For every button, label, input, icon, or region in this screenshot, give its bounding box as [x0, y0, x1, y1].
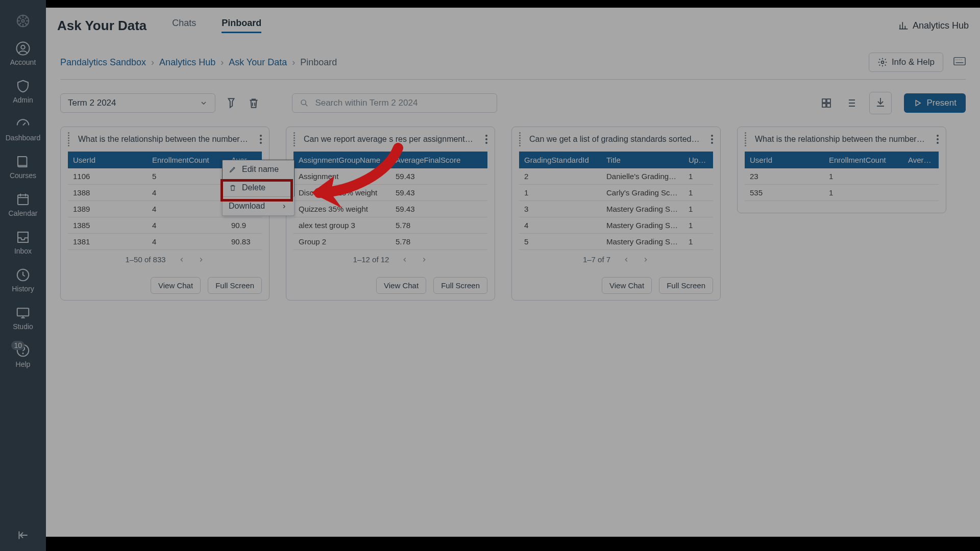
prev-page-icon[interactable] — [623, 256, 630, 263]
data-table: GradingStandardId Title Update 2Danielle… — [519, 152, 713, 250]
table-cell — [903, 168, 939, 185]
card-menu-button[interactable] — [485, 135, 487, 144]
nav-history[interactable]: History — [12, 267, 34, 293]
menu-download[interactable]: Download › — [223, 197, 294, 215]
full-screen-button[interactable]: Full Screen — [659, 277, 713, 294]
col-header: Title — [601, 152, 683, 168]
drag-handle-icon[interactable] — [745, 132, 750, 146]
app-header: Ask Your Data Chats Pinboard Analytics H… — [46, 8, 980, 43]
tab-pinboard[interactable]: Pinboard — [222, 18, 261, 33]
table-row: Quizzes 35% weight59.43 — [293, 201, 487, 217]
info-help-button[interactable]: Info & Help — [869, 53, 943, 72]
nav-label: History — [12, 285, 34, 293]
view-chat-button[interactable]: View Chat — [602, 277, 652, 294]
drag-handle-icon[interactable] — [519, 132, 524, 146]
trash-icon[interactable] — [247, 96, 260, 110]
svg-point-8 — [22, 353, 23, 354]
next-page-icon[interactable] — [642, 256, 649, 263]
data-table: AssignmentGroupName AverageFinalScore As… — [293, 152, 487, 250]
app-logo-icon — [15, 13, 31, 29]
gear-icon — [877, 57, 888, 67]
prev-page-icon[interactable] — [178, 256, 185, 263]
download-button[interactable] — [869, 92, 892, 114]
card-enrollment-relationship-2: What is the relationship between the num… — [737, 127, 946, 213]
term-dropdown[interactable]: Term 2 2024 — [60, 93, 215, 113]
menu-edit-name[interactable]: Edit name — [223, 160, 294, 179]
card-title: Can we get a list of grading standards s… — [529, 135, 706, 144]
menu-delete[interactable]: Delete — [223, 179, 294, 197]
next-page-icon[interactable] — [421, 256, 428, 263]
pager: 1–12 of 12 — [286, 250, 495, 271]
card-menu-button[interactable] — [937, 135, 939, 144]
list-view-icon[interactable] — [845, 97, 857, 109]
card-menu-button[interactable] — [260, 135, 262, 144]
card-grading-standards: Can we get a list of grading standards s… — [511, 127, 721, 300]
nav-label: Studio — [13, 322, 33, 331]
pager: 1–7 of 7 — [512, 250, 720, 271]
view-chat-button[interactable]: View Chat — [151, 277, 201, 294]
pager: 1–50 of 833 — [61, 250, 269, 271]
chevron-right-icon: › — [151, 57, 154, 68]
table-cell: Assignment — [293, 168, 390, 185]
collapse-icon — [16, 529, 30, 542]
table-cell: 1 — [519, 185, 601, 201]
tab-chats[interactable]: Chats — [172, 18, 196, 33]
play-icon — [913, 98, 922, 108]
col-header: EnrollmentCount — [147, 152, 226, 168]
pager-text: 1–50 of 833 — [125, 255, 165, 264]
col-header: GradingStandardId — [519, 152, 601, 168]
main-area: Ask Your Data Chats Pinboard Analytics H… — [46, 0, 980, 551]
keyboard-shortcut-button[interactable] — [953, 57, 966, 68]
nav-inbox[interactable]: Inbox — [14, 230, 32, 255]
view-chat-button[interactable]: View Chat — [376, 277, 426, 294]
crumb-ask-your-data[interactable]: Ask Your Data — [229, 57, 287, 68]
grid-view-icon[interactable] — [820, 97, 832, 109]
table-cell: 1 — [683, 168, 713, 185]
present-button[interactable]: Present — [904, 93, 966, 113]
nav-account[interactable]: Account — [10, 41, 36, 66]
nav-admin[interactable]: Admin — [13, 79, 33, 104]
full-screen-button[interactable]: Full Screen — [208, 277, 262, 294]
nav-dashboard[interactable]: Dashboard — [6, 116, 41, 142]
full-screen-button[interactable]: Full Screen — [433, 277, 487, 294]
menu-label: Delete — [242, 183, 265, 192]
card-average-scores: Can we report average s res per assignme… — [286, 127, 495, 300]
crumb-analytics-hub[interactable]: Analytics Hub — [159, 57, 215, 68]
nav-studio[interactable]: Studio — [13, 305, 33, 331]
table-cell: 1 — [824, 168, 903, 185]
nav-help[interactable]: 10Help — [15, 343, 31, 368]
search-input[interactable] — [315, 98, 489, 108]
chevron-right-icon: › — [292, 57, 295, 68]
nav-courses[interactable]: Courses — [10, 154, 36, 180]
nav-label: Admin — [13, 96, 33, 104]
next-page-icon[interactable] — [198, 256, 205, 263]
menu-label: Download — [229, 202, 265, 211]
prev-page-icon[interactable] — [401, 256, 408, 263]
chevron-down-icon — [200, 99, 208, 107]
table-row: 1Carly's Grading Scheme1 — [519, 185, 713, 201]
table-cell: 1 — [683, 185, 713, 201]
drag-handle-icon[interactable] — [68, 132, 73, 146]
chevron-right-icon: › — [283, 202, 288, 211]
table-cell: 4 — [519, 217, 601, 234]
toolbar: Term 2 2024 Present — [46, 92, 980, 127]
pager-text: 1–7 of 7 — [583, 255, 610, 264]
search-box[interactable] — [292, 93, 497, 113]
card-menu-button[interactable] — [711, 135, 713, 144]
svg-rect-10 — [954, 58, 965, 65]
table-cell: 5.78 — [390, 234, 487, 250]
nav-calendar[interactable]: Calendar — [9, 192, 38, 217]
table-cell: Mastery Grading Scheme — [601, 217, 683, 234]
tag-icon[interactable] — [225, 96, 238, 110]
divider — [60, 79, 966, 80]
term-label: Term 2 2024 — [68, 98, 116, 108]
gauge-icon — [15, 116, 31, 132]
download-icon — [874, 96, 887, 108]
drag-handle-icon[interactable] — [293, 132, 299, 146]
crumb-sandbox[interactable]: Pandalytics Sandbox — [60, 57, 146, 68]
card-title: Can we report average s res per assignme… — [304, 135, 480, 144]
col-header: UserId — [745, 152, 824, 168]
analytics-hub-link[interactable]: Analytics Hub — [898, 20, 969, 31]
nav-collapse[interactable] — [0, 529, 46, 542]
table-row: alex test group 35.78 — [293, 217, 487, 234]
